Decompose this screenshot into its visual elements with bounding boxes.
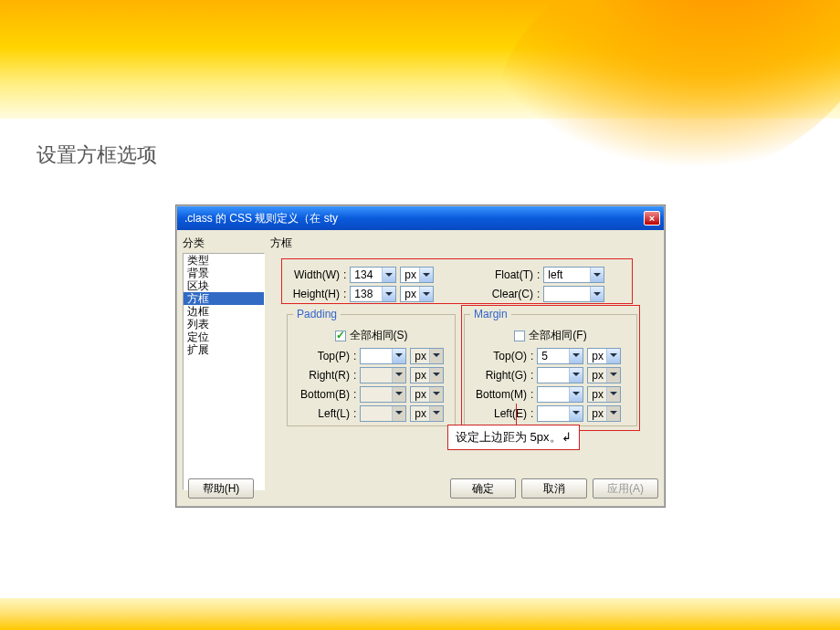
apply-button[interactable]: 应用(A): [593, 478, 658, 499]
float-select[interactable]: left: [543, 267, 604, 283]
padding-right-unit: px: [410, 367, 444, 383]
annotation-bottom: 设定上边距为 5px。↲: [447, 425, 580, 450]
height-input[interactable]: 138: [350, 286, 396, 302]
margin-bottom-input[interactable]: [537, 386, 583, 403]
chevron-down-icon: [606, 406, 620, 421]
padding-bottom-label: Bottom(B): [293, 388, 350, 401]
help-button[interactable]: 帮助(H): [188, 478, 254, 499]
ok-button[interactable]: 确定: [450, 478, 516, 499]
chevron-down-icon[interactable]: [590, 287, 604, 301]
padding-right-input: [360, 367, 406, 383]
margin-top-input[interactable]: 5: [537, 348, 583, 364]
padding-legend: Padding: [293, 308, 341, 320]
margin-fieldset: Margin 全部相同(F) Top(O) : 5 px Right(G) : …: [464, 308, 637, 426]
float-label: Float(T): [480, 268, 533, 281]
clear-select[interactable]: [543, 286, 604, 302]
checkbox-icon[interactable]: [335, 331, 346, 341]
titlebar[interactable]: .class 的 CSS 规则定义（在 sty ×: [177, 206, 664, 230]
category-list[interactable]: 类型 背景 区块 方框 边框 列表 定位 扩展: [183, 253, 265, 490]
chevron-down-icon: [606, 387, 620, 402]
checkbox-icon[interactable]: [514, 331, 525, 341]
chevron-down-icon[interactable]: [569, 368, 583, 383]
chevron-down-icon: [392, 406, 405, 421]
padding-top-unit: px: [410, 348, 444, 364]
height-unit[interactable]: px: [400, 286, 434, 302]
chevron-down-icon[interactable]: [419, 287, 433, 301]
chevron-down-icon: [429, 368, 443, 383]
cat-extension[interactable]: 扩展: [184, 343, 264, 356]
chevron-down-icon[interactable]: [392, 349, 405, 363]
margin-left-label: Left(E): [470, 407, 527, 420]
chevron-down-icon: [392, 387, 405, 402]
margin-legend: Margin: [470, 308, 511, 320]
connector-line: [516, 404, 517, 425]
margin-same-checkbox[interactable]: 全部相同(F): [514, 328, 586, 343]
chevron-down-icon[interactable]: [569, 406, 583, 421]
dialog-title: .class 的 CSS 规则定义（在 sty: [184, 211, 644, 226]
chevron-down-icon[interactable]: [569, 387, 583, 402]
margin-right-unit: px: [587, 367, 621, 383]
width-unit[interactable]: px: [400, 267, 434, 283]
main-label: 方框: [270, 236, 658, 251]
margin-bottom-unit: px: [587, 386, 621, 403]
chevron-down-icon[interactable]: [419, 268, 433, 282]
padding-bottom-input: [360, 386, 406, 403]
padding-same-checkbox[interactable]: 全部相同(S): [335, 328, 408, 343]
cat-box[interactable]: 方框: [184, 292, 264, 305]
clear-label: Clear(C): [480, 288, 533, 300]
chevron-down-icon[interactable]: [382, 268, 395, 282]
padding-fieldset: Padding 全部相同(S) Top(P) : px Right(R) : p…: [287, 308, 456, 426]
categories-label: 分类: [183, 236, 265, 251]
padding-top-input[interactable]: [360, 348, 406, 364]
padding-right-label: Right(R): [293, 369, 350, 382]
height-label: Height(H): [287, 288, 340, 300]
close-icon[interactable]: ×: [644, 211, 660, 226]
cat-background[interactable]: 背景: [184, 267, 264, 279]
chevron-down-icon[interactable]: [382, 287, 395, 301]
css-rule-dialog: .class 的 CSS 规则定义（在 sty × 分类 类型 背景 区块 方框…: [176, 205, 665, 507]
chevron-down-icon: [392, 368, 405, 383]
width-input[interactable]: 134: [350, 267, 396, 283]
margin-top-label: Top(O): [470, 350, 527, 362]
cancel-button[interactable]: 取消: [521, 478, 587, 499]
chevron-down-icon: [606, 368, 620, 383]
margin-right-input[interactable]: [537, 367, 583, 383]
margin-top-unit[interactable]: px: [587, 348, 621, 364]
padding-left-label: Left(L): [293, 407, 350, 420]
margin-right-label: Right(G): [470, 369, 527, 382]
chevron-down-icon: [429, 406, 443, 421]
padding-left-unit: px: [410, 405, 444, 422]
chevron-down-icon[interactable]: [606, 349, 620, 363]
chevron-down-icon[interactable]: [590, 268, 604, 282]
margin-left-input[interactable]: [537, 405, 583, 422]
chevron-down-icon: [429, 387, 443, 402]
padding-top-label: Top(P): [293, 350, 350, 362]
cat-list[interactable]: 列表: [184, 318, 264, 331]
padding-left-input: [360, 405, 406, 422]
chevron-down-icon: [429, 349, 443, 363]
margin-bottom-label: Bottom(M): [470, 388, 527, 401]
cat-border[interactable]: 边框: [184, 305, 264, 318]
chevron-down-icon[interactable]: [569, 349, 583, 363]
margin-left-unit: px: [587, 405, 621, 422]
slide-title: 设置方框选项: [37, 142, 157, 169]
cat-block[interactable]: 区块: [184, 279, 264, 292]
cat-type[interactable]: 类型: [184, 254, 264, 267]
width-label: Width(W): [287, 268, 340, 281]
padding-bottom-unit: px: [410, 386, 444, 403]
cat-position[interactable]: 定位: [184, 331, 264, 343]
